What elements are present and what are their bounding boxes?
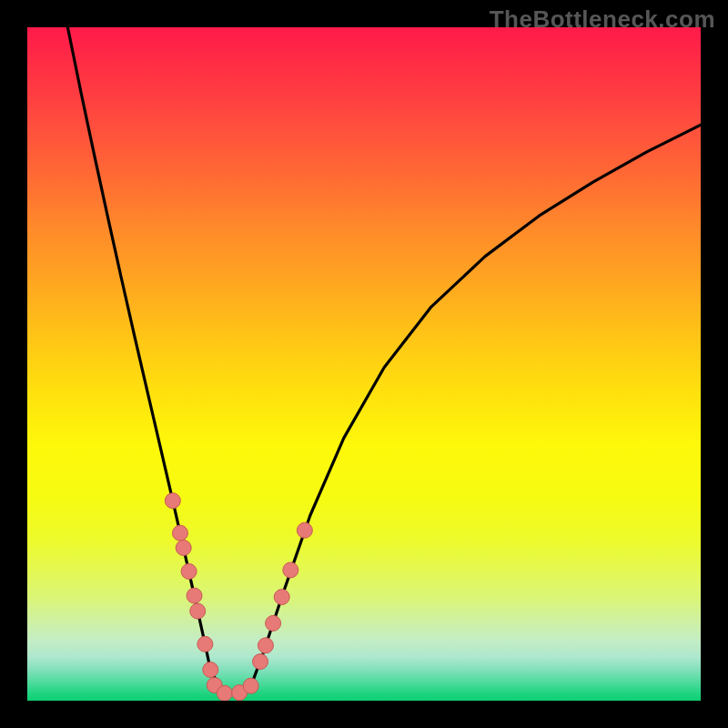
watermark-text: TheBottleneck.com (490, 5, 715, 34)
marker-dot (274, 590, 289, 605)
marker-dot (172, 525, 187, 541)
marker-dot (176, 541, 191, 556)
marker-dot (266, 615, 281, 631)
marker-dot (165, 493, 180, 509)
marker-dot (203, 662, 218, 677)
marker-dot (283, 562, 298, 578)
plot-area (27, 27, 701, 701)
marker-dot (297, 522, 312, 538)
marker-dot (258, 638, 273, 653)
marker-dot (190, 603, 206, 619)
marker-dot (187, 588, 202, 603)
marker-dot (243, 678, 258, 693)
marker-dot (217, 685, 232, 701)
marker-dot (253, 654, 268, 670)
curve-right-branch (249, 125, 701, 690)
marker-dot (181, 563, 197, 579)
marker-dot (197, 636, 213, 652)
chart-svg (27, 27, 701, 701)
